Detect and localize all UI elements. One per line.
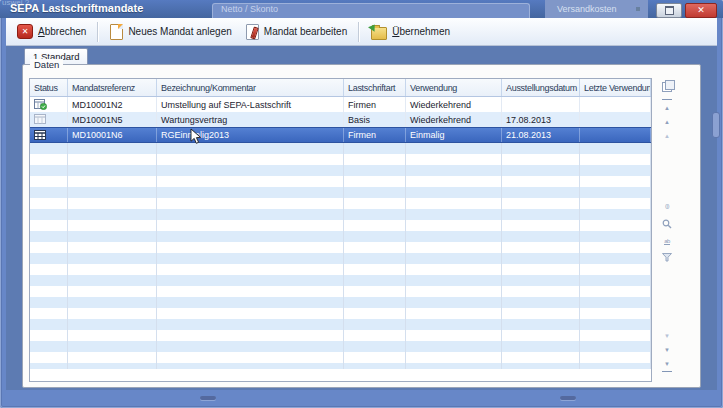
arrow-down-icon: ▼ xyxy=(664,347,670,353)
column-header-lastschriftart[interactable]: Lastschriftart xyxy=(344,79,406,96)
mandate-table-green-badge-icon xyxy=(34,99,47,110)
grid-header-row: Status Mandatsreferenz Bezeichnung/Komme… xyxy=(30,79,651,97)
verwendung-cell: Wiederkehrend xyxy=(406,112,502,127)
scroll-top-button[interactable]: ▲ xyxy=(662,99,672,114)
close-button[interactable]: ✕ xyxy=(685,3,717,18)
status-cell xyxy=(30,97,68,112)
column-chooser-icon xyxy=(662,80,673,90)
page-down-button[interactable]: ▼ xyxy=(659,329,675,342)
table-row[interactable]: MD10001N5 Wartungsvertrag Basis Wiederke… xyxy=(30,112,651,127)
apply-label: Übernehmen xyxy=(392,26,450,37)
lastschriftart-cell: Basis xyxy=(344,112,406,127)
letzte-verwendung-cell xyxy=(580,112,651,127)
column-separator xyxy=(156,143,157,369)
column-separator xyxy=(405,143,406,369)
arrow-up-icon: ▲ xyxy=(664,119,670,125)
mandatsreferenz-cell: MD10001N2 xyxy=(68,97,157,112)
restore-button[interactable] xyxy=(656,3,682,18)
search-button[interactable] xyxy=(659,217,675,230)
new-mandate-button[interactable]: Neues Mandat anlegen xyxy=(103,21,238,43)
background-scrollbar-thumb xyxy=(712,112,720,138)
new-document-icon xyxy=(110,24,123,40)
grid-empty-area[interactable] xyxy=(30,143,651,369)
column-chooser-button[interactable] xyxy=(659,78,675,91)
status-cell xyxy=(30,128,68,142)
ausstellungsdatum-cell: 21.08.2013 xyxy=(502,128,580,142)
bottom-grip xyxy=(560,396,576,400)
filter-button[interactable] xyxy=(659,251,675,264)
restore-icon xyxy=(665,6,674,15)
incremental-search-icon: ab xyxy=(664,238,670,245)
column-separator xyxy=(67,143,68,369)
column-separator xyxy=(579,143,580,369)
grid-side-strip: ▲ ▲ ▲ (|) ab ▼ ▼ ▼ xyxy=(659,77,675,383)
edit-mandate-button[interactable]: Mandat bearbeiten xyxy=(239,21,354,43)
scroll-bottom-button[interactable]: ▼ xyxy=(662,357,672,372)
abort-button[interactable]: ✕ Abbrechen xyxy=(10,21,93,42)
column-header-status[interactable]: Status xyxy=(30,79,68,96)
arrow-down-light-icon: ▼ xyxy=(664,333,670,339)
verwendung-cell: Wiederkehrend xyxy=(406,97,502,112)
daten-groupbox: Daten Status Mandatsreferenz Bezeichnung… xyxy=(22,64,701,388)
sepa-mandate-dialog: uswei ? SEPA Lastschriftmandate Netto / … xyxy=(0,0,723,408)
close-icon: ✕ xyxy=(697,6,705,15)
groupbox-label: Daten xyxy=(30,59,63,70)
background-label-versandkosten: Versandkosten xyxy=(545,0,648,18)
best-fit-icon: (|) xyxy=(665,203,669,209)
toolbar: ✕ Abbrechen Neues Mandat anlegen Mandat … xyxy=(6,18,717,46)
verwendung-cell: Einmalig xyxy=(406,128,502,142)
scroll-down-button[interactable]: ▼ xyxy=(659,343,675,356)
column-header-verwendung[interactable]: Verwendung xyxy=(406,79,502,96)
column-header-bezeichnung[interactable]: Bezeichnung/Kommentar xyxy=(157,79,344,96)
background-groupbox-netto-skonto: Netto / Skonto xyxy=(212,3,530,19)
bezeichnung-cell: Wartungsvertrag xyxy=(157,112,344,127)
toolbar-separator xyxy=(358,22,360,42)
lastschriftart-cell: Firmen xyxy=(344,97,406,112)
edit-mandate-label: Mandat bearbeiten xyxy=(264,26,347,37)
scroll-up-button[interactable]: ▲ xyxy=(659,115,675,128)
abort-icon: ✕ xyxy=(17,24,33,39)
titlebar[interactable]: uswei ? SEPA Lastschriftmandate Netto / … xyxy=(0,0,723,18)
toolbar-separator xyxy=(97,22,99,42)
bezeichnung-cell: Umstellung auf SEPA-Lastschrift xyxy=(157,97,344,112)
abort-label: Abbrechen xyxy=(38,26,86,37)
bottom-grip xyxy=(200,396,216,400)
mandatsreferenz-cell: MD10001N5 xyxy=(68,112,157,127)
edit-document-icon xyxy=(246,24,259,40)
column-separator xyxy=(343,143,344,369)
column-header-ausstellungsdatum[interactable]: Ausstellungsdatum xyxy=(502,79,580,96)
table-row-selected[interactable]: MD10001N6 RGEinmalig2013 Firmen Einmalig… xyxy=(30,127,651,143)
new-mandate-label: Neues Mandat anlegen xyxy=(128,26,231,37)
apply-folder-icon xyxy=(371,27,387,40)
column-separator xyxy=(501,143,502,369)
background-dot xyxy=(636,7,640,11)
incremental-search-button[interactable]: ab xyxy=(659,235,675,248)
status-cell xyxy=(30,112,68,127)
bezeichnung-cell: RGEinmalig2013 xyxy=(157,128,344,142)
apply-button[interactable]: Übernehmen xyxy=(364,21,457,43)
page-up-button[interactable]: ▲ xyxy=(659,129,675,142)
column-header-letzte-verwendung[interactable]: Letzte Verwendung xyxy=(580,79,651,96)
search-icon xyxy=(662,219,672,229)
dialog-content: 1 Standard Daten Status Mandatsreferenz … xyxy=(6,46,717,390)
best-fit-button[interactable]: (|) xyxy=(659,199,675,212)
ausstellungsdatum-cell xyxy=(502,97,580,112)
letzte-verwendung-cell xyxy=(580,97,651,112)
column-separator xyxy=(650,143,651,369)
mandate-grid[interactable]: Status Mandatsreferenz Bezeichnung/Komme… xyxy=(29,78,652,382)
letzte-verwendung-cell xyxy=(580,128,651,142)
window-title: SEPA Lastschriftmandate xyxy=(10,2,143,14)
scroll-top-icon: ▲ xyxy=(664,105,670,111)
column-header-mandatsreferenz[interactable]: Mandatsreferenz xyxy=(68,79,157,96)
mandate-table-outline-icon xyxy=(34,114,47,125)
scroll-bottom-icon: ▼ xyxy=(664,361,670,367)
filter-icon xyxy=(662,253,672,262)
arrow-up-light-icon: ▲ xyxy=(664,133,670,139)
table-row[interactable]: MD10001N2 Umstellung auf SEPA-Lastschrif… xyxy=(30,97,651,112)
mandatsreferenz-cell: MD10001N6 xyxy=(68,128,157,142)
mandate-table-solid-icon xyxy=(34,130,47,141)
lastschriftart-cell: Firmen xyxy=(344,128,406,142)
ausstellungsdatum-cell: 17.08.2013 xyxy=(502,112,580,127)
